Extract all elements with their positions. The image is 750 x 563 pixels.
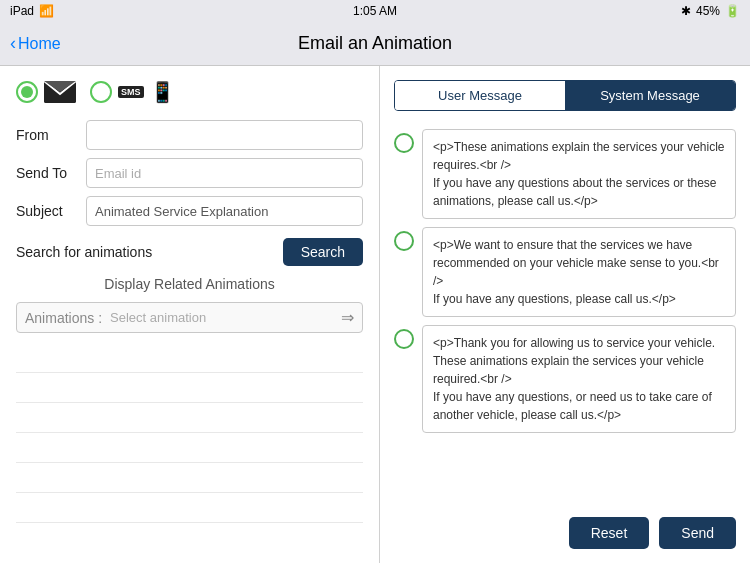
- message-item-1: <p>These animations explain the services…: [394, 129, 736, 219]
- carrier-label: iPad: [10, 4, 34, 18]
- list-item[interactable]: [16, 463, 363, 493]
- battery-label: 45%: [696, 4, 720, 18]
- message-radio-2[interactable]: [394, 231, 414, 251]
- message-text-1: <p>These animations explain the services…: [433, 138, 725, 210]
- nav-bar: ‹ Home Email an Animation: [0, 22, 750, 66]
- bluetooth-icon: ✱: [681, 4, 691, 18]
- search-button[interactable]: Search: [283, 238, 363, 266]
- list-item[interactable]: [16, 343, 363, 373]
- sms-radio[interactable]: [90, 81, 112, 103]
- message-text-3: <p>Thank you for allowing us to service …: [433, 334, 725, 424]
- send-to-input[interactable]: [86, 158, 363, 188]
- animation-list: [16, 343, 363, 549]
- list-item[interactable]: [16, 403, 363, 433]
- message-radio-1[interactable]: [394, 133, 414, 153]
- list-item[interactable]: [16, 433, 363, 463]
- search-row: Search for animations Search: [16, 238, 363, 266]
- main-content: SMS 📱 From Send To Subject Search for an…: [0, 66, 750, 563]
- left-panel: SMS 📱 From Send To Subject Search for an…: [0, 66, 380, 563]
- subject-label: Subject: [16, 203, 86, 219]
- from-input[interactable]: [86, 120, 363, 150]
- tab-system-message[interactable]: System Message: [565, 81, 735, 110]
- send-button[interactable]: Send: [659, 517, 736, 549]
- email-radio[interactable]: [16, 81, 38, 103]
- reset-button[interactable]: Reset: [569, 517, 650, 549]
- message-radio-3[interactable]: [394, 329, 414, 349]
- animations-row[interactable]: Animations : Select animation ⇒: [16, 302, 363, 333]
- status-bar: iPad 📶 1:05 AM ✱ 45% 🔋: [0, 0, 750, 22]
- icon-row: SMS 📱: [16, 80, 363, 104]
- send-to-row: Send To: [16, 158, 363, 188]
- bottom-bar: Reset Send: [394, 513, 736, 549]
- email-option-group[interactable]: [16, 81, 76, 103]
- animation-select-placeholder[interactable]: Select animation: [110, 310, 341, 325]
- message-item-2: <p>We want to ensure that the services w…: [394, 227, 736, 317]
- sms-option-group[interactable]: SMS 📱: [90, 80, 175, 104]
- list-item[interactable]: [16, 373, 363, 403]
- subject-input[interactable]: [86, 196, 363, 226]
- list-item[interactable]: [16, 493, 363, 523]
- nav-title: Email an Animation: [298, 33, 452, 54]
- right-panel: User Message System Message <p>These ani…: [380, 66, 750, 563]
- search-label: Search for animations: [16, 244, 283, 260]
- sms-badge: SMS: [118, 86, 144, 98]
- wifi-icon: 📶: [39, 4, 54, 18]
- nav-back-label: Home: [18, 35, 61, 53]
- dropdown-arrow-icon: ⇒: [341, 308, 354, 327]
- message-box-2[interactable]: <p>We want to ensure that the services w…: [422, 227, 736, 317]
- message-item-3: <p>Thank you for allowing us to service …: [394, 325, 736, 433]
- email-icon: [44, 81, 76, 103]
- animations-label: Animations :: [25, 310, 102, 326]
- battery-icon: 🔋: [725, 4, 740, 18]
- svg-rect-0: [44, 81, 76, 103]
- message-text-2: <p>We want to ensure that the services w…: [433, 236, 725, 308]
- send-to-label: Send To: [16, 165, 86, 181]
- subject-row: Subject: [16, 196, 363, 226]
- status-time: 1:05 AM: [353, 4, 397, 18]
- message-box-1[interactable]: <p>These animations explain the services…: [422, 129, 736, 219]
- status-left: iPad 📶: [10, 4, 54, 18]
- display-related-label: Display Related Animations: [16, 276, 363, 292]
- tab-bar: User Message System Message: [394, 80, 736, 111]
- status-right: ✱ 45% 🔋: [681, 4, 740, 18]
- chevron-left-icon: ‹: [10, 33, 16, 54]
- phone-icon: 📱: [150, 80, 175, 104]
- tab-user-message[interactable]: User Message: [395, 81, 565, 110]
- from-row: From: [16, 120, 363, 150]
- message-list: <p>These animations explain the services…: [394, 129, 736, 503]
- nav-back-button[interactable]: ‹ Home: [10, 33, 61, 54]
- message-box-3[interactable]: <p>Thank you for allowing us to service …: [422, 325, 736, 433]
- from-label: From: [16, 127, 86, 143]
